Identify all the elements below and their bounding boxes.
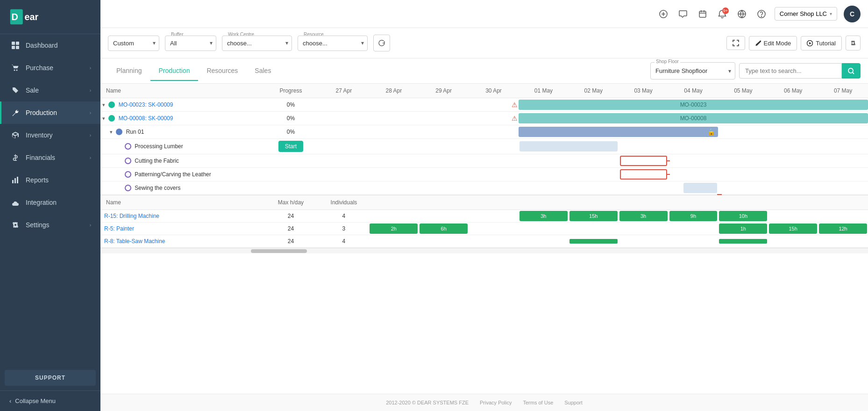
sidebar-item-financials[interactable]: Financials › bbox=[0, 146, 100, 169]
gantt-cell bbox=[419, 139, 469, 154]
gantt-cell bbox=[369, 125, 419, 139]
svg-point-25 bbox=[848, 68, 853, 73]
r15-link[interactable]: R-15: Drilling Machine bbox=[104, 213, 159, 219]
r8-link[interactable]: R-8: Table-Saw Machine bbox=[104, 238, 165, 245]
sidebar-label-purchase: Purchase bbox=[26, 64, 53, 72]
task-cutting-progress bbox=[263, 154, 319, 168]
help-icon[interactable] bbox=[755, 7, 768, 21]
resource-filter: Resource choose... bbox=[298, 36, 368, 51]
gantt-cell bbox=[369, 168, 419, 181]
gantt-cell-r15-04may: 10h bbox=[718, 210, 768, 223]
sidebar-item-reports[interactable]: Reports bbox=[0, 169, 100, 191]
gantt-cell bbox=[369, 210, 419, 223]
task-sewing-label: Sewing the covers bbox=[135, 185, 180, 191]
gantt-cell bbox=[818, 235, 868, 248]
r5-link[interactable]: R-5: Painter bbox=[104, 225, 134, 232]
bar-r5-6h: 6h bbox=[420, 224, 468, 234]
mo08-link[interactable]: MO-00008: SK-00009 bbox=[119, 115, 173, 122]
gantt-header-row: Name Progress 27 Apr 28 Apr 29 Apr 30 Ap… bbox=[100, 84, 868, 98]
user-avatar[interactable]: C bbox=[844, 6, 861, 22]
mo23-link[interactable]: MO-00023: SK-00009 bbox=[119, 101, 173, 108]
task-patterning-progress bbox=[263, 168, 319, 181]
gantt-cell bbox=[718, 154, 768, 168]
task-circle-icon-4 bbox=[125, 185, 131, 191]
horizontal-scrollbar[interactable] bbox=[100, 248, 868, 253]
chevron-right-icon-3: › bbox=[90, 110, 91, 115]
support-button[interactable]: SUPPORT bbox=[5, 370, 96, 386]
expand-icon-3[interactable]: ▾ bbox=[110, 129, 113, 135]
cloud-icon bbox=[11, 198, 20, 207]
sidebar-item-dashboard[interactable]: Dashboard bbox=[0, 34, 100, 57]
svg-text:ear: ear bbox=[24, 12, 38, 22]
sidebar-item-sale[interactable]: Sale › bbox=[0, 79, 100, 101]
resource-select[interactable]: choose... bbox=[298, 36, 368, 51]
terms-of-use-link[interactable]: Terms of Use bbox=[523, 400, 553, 405]
run01-name-cell: ▾ Run 01 bbox=[100, 125, 263, 139]
gantt-table: Name Progress 27 Apr 28 Apr 29 Apr 30 Ap… bbox=[100, 84, 868, 248]
svg-rect-5 bbox=[12, 46, 15, 49]
svg-rect-11 bbox=[14, 178, 16, 183]
task-cutting-cell: Cutting the Fabric bbox=[100, 154, 263, 168]
buffer-select[interactable]: All bbox=[165, 36, 216, 51]
chevron-right-icon-2: › bbox=[90, 88, 91, 93]
bar-mo23: MO-00023 bbox=[519, 100, 868, 110]
gantt-cell bbox=[768, 139, 818, 154]
chat-icon[interactable] bbox=[676, 7, 690, 21]
tab-planning[interactable]: Planning bbox=[108, 61, 150, 81]
dollar-icon bbox=[11, 153, 20, 162]
sidebar-item-inventory[interactable]: Inventory › bbox=[0, 124, 100, 146]
tab-production[interactable]: Production bbox=[150, 61, 199, 81]
fullscreen-button[interactable] bbox=[726, 36, 745, 50]
calendar-icon[interactable] bbox=[696, 7, 709, 21]
gantt-cell bbox=[369, 154, 419, 168]
gantt-cell bbox=[469, 168, 519, 181]
gantt-scroll[interactable]: Name Progress 27 Apr 28 Apr 29 Apr 30 Ap… bbox=[100, 84, 868, 394]
workcentre-select[interactable]: choose... bbox=[222, 36, 292, 51]
tab-resources[interactable]: Resources bbox=[198, 61, 246, 81]
expand-icon[interactable]: ▾ bbox=[102, 102, 105, 108]
col-02may: 02 May bbox=[569, 84, 619, 98]
table-row: Sewing the covers bbox=[100, 181, 868, 195]
sidebar-item-purchase[interactable]: Purchase › bbox=[0, 57, 100, 79]
privacy-policy-link[interactable]: Privacy Policy bbox=[480, 400, 512, 405]
gantt-cell bbox=[519, 154, 569, 168]
tab-sales[interactable]: Sales bbox=[246, 61, 279, 81]
start-button[interactable]: Start bbox=[278, 141, 303, 152]
resource-section-header: Name Max h/day Individuals bbox=[100, 195, 868, 210]
r5-max: 24 bbox=[263, 223, 319, 235]
tutorial-button[interactable]: Tutorial bbox=[801, 36, 842, 50]
add-icon[interactable] bbox=[657, 7, 670, 21]
grid-icon bbox=[11, 41, 20, 50]
search-input[interactable] bbox=[739, 63, 842, 79]
sidebar-item-production[interactable]: Production › bbox=[0, 101, 100, 124]
sidebar-item-integration[interactable]: Integration bbox=[0, 191, 100, 214]
shopfloor-select[interactable]: Furniture Shopfloor bbox=[651, 64, 735, 78]
scrollbar-thumb[interactable] bbox=[251, 249, 307, 253]
globe-icon[interactable] bbox=[735, 7, 748, 21]
support-link[interactable]: Support bbox=[564, 400, 583, 405]
editmode-button[interactable]: Edit Mode bbox=[749, 36, 797, 50]
refresh-button[interactable] bbox=[373, 35, 390, 51]
gantt-cell bbox=[319, 139, 369, 154]
search-button[interactable] bbox=[842, 63, 861, 79]
run01-label: Run 01 bbox=[126, 129, 144, 135]
svg-point-9 bbox=[14, 88, 14, 89]
gantt-cell-r5-28apr: 6h bbox=[419, 223, 469, 235]
task-cutting-label: Cutting the Fabric bbox=[135, 158, 179, 164]
expand-icon-2[interactable]: ▾ bbox=[102, 115, 105, 121]
r5-name: R-5: Painter bbox=[100, 223, 263, 235]
company-selector[interactable]: Corner Shop LLC ▾ bbox=[775, 7, 837, 21]
task-processing-progress: Start bbox=[263, 139, 319, 154]
task-processing-label: Processing Lumber bbox=[135, 143, 183, 150]
gantt-cell-r5-06may: 12h bbox=[818, 223, 868, 235]
collapse-menu[interactable]: ‹ Collapse Menu bbox=[0, 390, 100, 411]
sidebar-item-settings[interactable]: Settings › bbox=[0, 214, 100, 236]
topbar: 9+ Corner Shop LLC ▾ C bbox=[100, 0, 868, 28]
bar-r15-9h: 9h bbox=[669, 211, 718, 221]
box-icon bbox=[11, 130, 20, 140]
settings-button[interactable] bbox=[846, 36, 861, 50]
notification-icon[interactable]: 9+ bbox=[716, 7, 729, 21]
date-select[interactable]: Custom bbox=[108, 36, 159, 51]
resource-col-name: Name bbox=[100, 195, 263, 210]
collapse-label: Collapse Menu bbox=[15, 397, 56, 404]
